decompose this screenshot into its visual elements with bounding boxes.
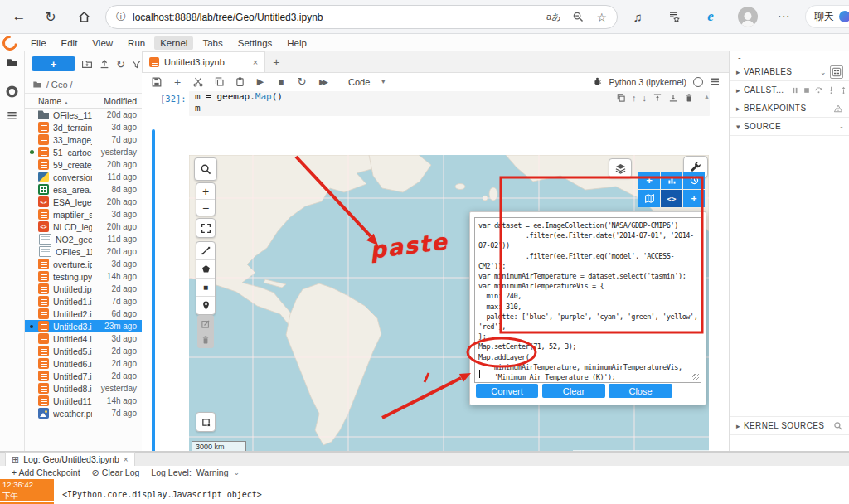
media-icon[interactable]: ♫ [627, 0, 648, 33]
file-row[interactable]: OFiles_11873f67... 20d ago [25, 109, 142, 121]
file-browser-tab-icon[interactable] [6, 56, 18, 69]
menu-view[interactable]: View [86, 36, 119, 50]
clear-button[interactable]: Clear [542, 384, 605, 398]
step-over-icon[interactable] [814, 85, 823, 94]
step-out-icon[interactable] [839, 85, 848, 94]
terminate-icon[interactable] [803, 86, 811, 94]
file-row[interactable]: Untitled.ipynb 2d ago [25, 283, 142, 295]
file-row[interactable]: Untitled3.ipynb 23m ago [25, 320, 142, 332]
notebook-tab[interactable]: Untitled3.ipynb × [142, 51, 265, 72]
kernel-status-icon[interactable] [693, 77, 703, 87]
variables-dropdown-icon[interactable]: ⌄ [820, 68, 827, 76]
restart-kernel-icon[interactable]: ↻ [295, 75, 308, 89]
file-row[interactable]: overture.ipynb 3d ago [25, 258, 142, 270]
cell-type-dropdown[interactable]: Code ▾ [348, 77, 385, 87]
translate-icon[interactable]: aあ [546, 11, 560, 23]
draw-control-button[interactable] [196, 412, 216, 432]
filter-files-icon[interactable] [131, 59, 142, 70]
insert-cell-icon[interactable]: + [171, 75, 184, 89]
new-tab-button[interactable]: + [265, 52, 287, 72]
new-folder-icon[interactable] [81, 58, 93, 70]
browser-home-button[interactable] [71, 0, 96, 33]
file-row[interactable]: ESA_legend.html 20h ago [25, 196, 142, 208]
step-in-icon[interactable] [827, 85, 836, 94]
file-row[interactable]: Untitled5.ipynb 2d ago [25, 345, 142, 357]
menu-help[interactable]: Help [281, 36, 313, 50]
run-cell-icon[interactable]: ▶ [254, 75, 267, 89]
log-level-dropdown[interactable]: Log Level: Warning ⌄ [151, 468, 240, 477]
collections-icon[interactable] [663, 0, 685, 33]
menu-run[interactable]: Run [122, 36, 151, 50]
copy-cell-icon[interactable] [212, 75, 226, 89]
table-of-contents-icon[interactable] [6, 109, 18, 122]
site-info-icon[interactable]: ⓘ [116, 10, 126, 24]
menu-tabs[interactable]: Tabs [196, 36, 228, 50]
debugger-bug-icon[interactable] [592, 76, 603, 87]
file-row[interactable]: Untitled8.ipynb yesterday [25, 382, 142, 395]
file-row[interactable]: NLCD_legend.html 20h ago [25, 220, 142, 233]
file-row[interactable]: 3d_terrain.ipynb 3d ago [25, 121, 142, 133]
close-log-tab-icon[interactable]: × [124, 455, 129, 464]
chat-button[interactable]: 聊天 [806, 6, 849, 27]
convert-button[interactable]: Convert [476, 384, 538, 398]
clear-log-button[interactable]: ⊘Clear Log [92, 468, 140, 478]
search-icon[interactable] [833, 421, 843, 431]
file-row[interactable]: Untitled2.ipynb 6d ago [25, 308, 142, 320]
resize-handle-icon[interactable] [692, 374, 699, 380]
name-column-header[interactable]: Name ▲ [38, 96, 94, 106]
move-tool-button[interactable]: + [638, 172, 660, 189]
file-row[interactable]: testing.ipynb 14h ago [25, 270, 142, 283]
cut-cell-icon[interactable] [192, 75, 205, 89]
fullscreen-button[interactable] [196, 218, 216, 238]
layers-button[interactable] [609, 158, 632, 178]
zoom-out-icon[interactable] [572, 11, 585, 23]
log-tab[interactable]: ⊞ Log: Geo/Untitled3.ipynb × [5, 452, 135, 466]
browser-menu-icon[interactable]: ⋯ [773, 0, 794, 33]
source-open-icon[interactable]: - [840, 122, 843, 131]
js-code-textarea[interactable]: var dataset = ee.ImageCollection('NASA/G… [474, 217, 701, 383]
active-cell-collapser[interactable] [152, 129, 155, 464]
file-row[interactable]: Untitled1.ipynb 7d ago [25, 295, 142, 308]
file-row[interactable]: Untitled11.ipynb 14h ago [25, 395, 142, 407]
close-button[interactable]: Close [609, 384, 672, 398]
insert-cell-above-icon[interactable] [653, 93, 662, 103]
insert-cell-below-icon[interactable] [668, 93, 678, 103]
draw-polyline-button[interactable] [196, 242, 215, 260]
delete-layers-button[interactable] [198, 332, 213, 347]
file-row[interactable]: 59_create_legen... 20h ago [25, 158, 142, 171]
pause-icon[interactable] [791, 86, 799, 94]
modified-column-header[interactable]: Modified [94, 96, 137, 106]
menu-settings[interactable]: Settings [232, 36, 279, 50]
file-row[interactable]: Untitled4.ipynb 3d ago [25, 332, 142, 345]
stop-kernel-icon[interactable]: ■ [274, 75, 288, 89]
timelapse-tool-button[interactable] [683, 172, 705, 189]
breadcrumb[interactable]: / Geo / [25, 76, 142, 93]
zoom-in-button[interactable]: + [196, 183, 215, 200]
add-checkpoint-button[interactable]: + Add Checkpoint [12, 468, 80, 477]
url-text[interactable]: localhost:8888/lab/tree/Geo/Untitled3.ip… [133, 12, 546, 23]
source-section[interactable]: ▾ SOURCE - [730, 118, 849, 136]
variables-section[interactable]: ▸ VARIABLES ⌄ [730, 63, 849, 81]
basemap-tool-button[interactable] [638, 190, 660, 207]
more-tools-button[interactable]: + [683, 190, 705, 207]
save-icon[interactable] [150, 75, 163, 89]
edit-layers-button[interactable] [198, 316, 213, 332]
upload-icon[interactable] [99, 58, 110, 70]
refresh-files-icon[interactable]: ↻ [116, 58, 125, 70]
delete-cell-icon[interactable] [684, 93, 694, 103]
remove-breakpoints-icon[interactable] [833, 104, 843, 114]
map-search-button[interactable] [194, 158, 217, 181]
kernel-name[interactable]: Python 3 (ipykernel) [609, 77, 686, 87]
restart-run-all-icon[interactable]: ▶▶ [316, 75, 329, 89]
breadcrumb-path[interactable]: / Geo / [46, 80, 73, 90]
duplicate-cell-icon[interactable] [616, 93, 626, 103]
favorite-star-icon[interactable]: ☆ [596, 11, 607, 24]
notebook-menu-icon[interactable] [710, 76, 720, 87]
file-row[interactable]: conversion.py 11d ago [25, 171, 142, 183]
draw-rectangle-button[interactable]: ■ [196, 279, 215, 297]
draw-marker-button[interactable] [196, 297, 215, 314]
callstack-section[interactable]: ▸ CALLST... [730, 81, 849, 99]
file-list-header[interactable]: Name ▲ Modified [25, 93, 142, 109]
panel-collapse-dash[interactable]: - [730, 51, 849, 63]
map-widget[interactable]: + − ■ 3000 km 2000 mi + [189, 155, 709, 462]
